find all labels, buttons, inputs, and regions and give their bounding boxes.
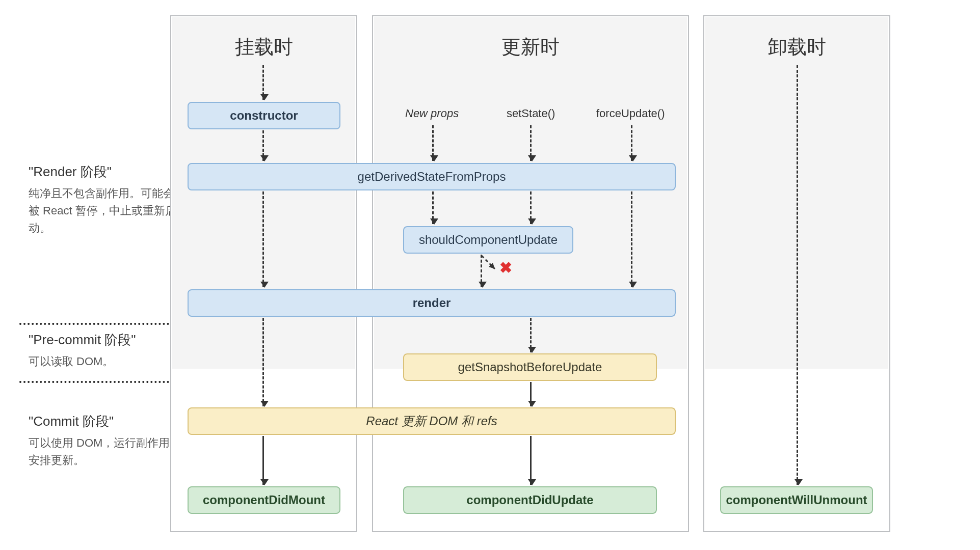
arrow-constructor-to-gdsfp [262, 130, 264, 161]
arrow-gdsfp-to-scu-right [530, 191, 532, 224]
phase-precommit-title: "Pre-commit 阶段" [29, 331, 181, 349]
arrow-forceupdate-to-gdsfp [631, 125, 632, 161]
node-gsbu[interactable]: getSnapshotBeforeUpdate [403, 353, 657, 381]
node-constructor[interactable]: constructor [188, 102, 340, 129]
arrow-gdsfp-to-render-mount [262, 191, 264, 287]
phase-precommit-label: "Pre-commit 阶段" 可以读取 DOM。 [29, 331, 181, 370]
node-scu[interactable]: shouldComponentUpdate [403, 226, 573, 254]
phase-precommit-desc: 可以读取 DOM。 [29, 353, 181, 370]
node-did-update[interactable]: componentDidUpdate [403, 486, 657, 514]
arrow-unmount [797, 65, 798, 485]
phase-commit-title: "Commit 阶段" [29, 413, 181, 430]
node-did-mount[interactable]: componentDidMount [188, 486, 340, 514]
arrow-updatedom-to-didmount [262, 436, 264, 485]
cancel-icon: ✖ [499, 259, 512, 277]
node-will-unmount[interactable]: componentWillUnmount [720, 486, 873, 514]
phase-separator-2 [19, 381, 181, 383]
label-forceupdate: forceUpdate() [596, 107, 665, 120]
arrow-scu-cancel [482, 256, 500, 274]
label-new-props: New props [405, 107, 459, 120]
column-update-title: 更新时 [373, 16, 688, 77]
node-update-dom: React 更新 DOM 和 refs [188, 407, 676, 435]
label-setstate: setState() [507, 107, 555, 120]
arrow-newprops-to-gdsfp [432, 125, 434, 161]
phase-render-title: "Render 阶段" [29, 163, 181, 181]
arrow-gdsfp-to-scu-left [432, 191, 434, 224]
arrow-mount-to-constructor [262, 65, 264, 100]
phase-render-label: "Render 阶段" 纯净且不包含副作用。可能会被 React 暂停，中止或重… [29, 163, 181, 237]
arrow-gsbu-to-updatedom [530, 382, 532, 406]
arrow-setstate-to-gdsfp [530, 125, 532, 161]
arrow-render-to-gsbu [530, 318, 532, 352]
phase-commit-desc: 可以使用 DOM，运行副作用，安排更新。 [29, 434, 181, 469]
phase-commit-label: "Commit 阶段" 可以使用 DOM，运行副作用，安排更新。 [29, 413, 181, 469]
arrow-gdsfp-to-render-force [631, 191, 632, 287]
node-render[interactable]: render [188, 289, 676, 317]
arrow-updatedom-to-didupdate [530, 436, 532, 485]
arrow-render-to-updatedom-mount [262, 318, 264, 406]
phase-render-desc: 纯净且不包含副作用。可能会被 React 暂停，中止或重新启动。 [29, 185, 181, 237]
phase-separator-1 [19, 323, 181, 325]
node-gdsfp[interactable]: getDerivedStateFromProps [188, 163, 676, 190]
